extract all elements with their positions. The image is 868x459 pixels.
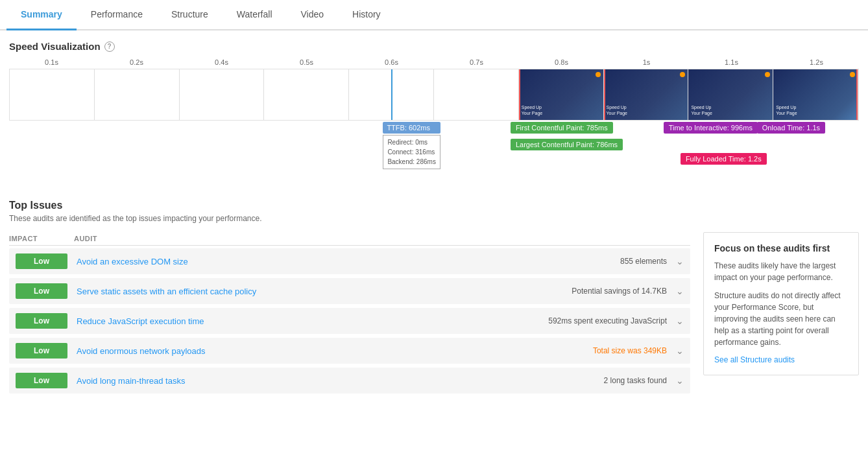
- ruler-mark-4: 0.6s: [349, 58, 434, 66]
- sidebar-card-text2: Structure audits do not directly affect …: [714, 290, 848, 348]
- audit-link-0[interactable]: Avoid an excessive DOM size: [77, 257, 620, 266]
- lcp-annotation: Largest Contentful Paint: 786ms: [511, 139, 623, 150]
- tab-history[interactable]: History: [338, 0, 395, 30]
- issues-table: IMPACT AUDIT Low Avoid an excessive DOM …: [9, 232, 690, 397]
- onload-label: Onload Time: 1.1s: [757, 122, 825, 134]
- sidebar-card-link[interactable]: See all Structure audits: [714, 355, 795, 364]
- sidebar-card-text1: These audits likely have the largest imp…: [714, 260, 848, 283]
- ruler-mark-3: 0.5s: [264, 58, 349, 66]
- tti-annotation: Time to Interactive: 996ms: [664, 122, 758, 134]
- impact-badge-4: Low: [16, 373, 67, 388]
- main-content: Speed Visualization ? 0.1s 0.2s 0.4s 0.5…: [0, 30, 868, 408]
- issues-layout: IMPACT AUDIT Low Avoid an excessive DOM …: [9, 232, 859, 397]
- speed-viz-title: Speed Visualization: [9, 41, 101, 52]
- ruler-mark-0: 0.1s: [9, 58, 94, 66]
- onload-annotation: Onload Time: 1.1s: [757, 122, 825, 134]
- filmstrip-cell-7: Speed UpYour Page: [604, 69, 689, 120]
- filmstrip-cell-8: Speed UpYour Page: [688, 69, 773, 120]
- ttfb-annotation: TTFB: 602ms Redirect: 0ms Connect: 316ms…: [383, 122, 440, 169]
- fully-loaded-annotation: Fully Loaded Time: 1.2s: [681, 153, 767, 165]
- filmstrip-cell-ttfb: [349, 69, 434, 120]
- audit-detail-0: 855 elements: [620, 257, 667, 266]
- fcp-label: First Contentful Paint: 785ms: [511, 122, 613, 134]
- filmstrip-cell-3: [264, 69, 349, 120]
- audit-detail-3: Total size was 349KB: [593, 346, 667, 355]
- issue-row-0: Low Avoid an excessive DOM size 855 elem…: [9, 248, 690, 274]
- audit-detail-4: 2 long tasks found: [604, 376, 667, 385]
- chevron-icon-4[interactable]: ⌄: [676, 375, 684, 386]
- ruler-mark-6: 0.8s: [519, 58, 604, 66]
- speed-visualization: 0.1s 0.2s 0.4s 0.5s 0.6s 0.7s 0.8s 1s 1.…: [9, 58, 859, 187]
- top-issues-title: Top Issues: [9, 200, 859, 211]
- filmstrip-cell-1: [95, 69, 180, 120]
- issue-row-1: Low Serve static assets with an efficien…: [9, 278, 690, 304]
- ttfb-details: Redirect: 0ms Connect: 316ms Backend: 28…: [383, 135, 440, 169]
- tab-video[interactable]: Video: [287, 0, 339, 30]
- filmstrip-cell-5: [434, 69, 519, 120]
- col-audit-header: AUDIT: [74, 235, 690, 242]
- lcp-label: Largest Contentful Paint: 786ms: [511, 139, 623, 150]
- filmstrip-cell-0: [10, 69, 95, 120]
- impact-badge-0: Low: [16, 253, 67, 269]
- annotations: TTFB: 602ms Redirect: 0ms Connect: 316ms…: [9, 122, 859, 187]
- top-issues-subtitle: These audits are identified as the top i…: [9, 214, 859, 223]
- chevron-icon-1[interactable]: ⌄: [676, 286, 684, 296]
- tab-performance[interactable]: Performance: [77, 0, 157, 30]
- filmstrip: Speed UpYour Page Speed UpYour Page Spee…: [9, 69, 859, 121]
- filmstrip-cell-2: [180, 69, 265, 120]
- filmstrip-cell-6: Speed UpYour Page: [519, 69, 604, 120]
- chevron-icon-0[interactable]: ⌄: [676, 256, 684, 266]
- ruler-mark-9: 1.2s: [774, 58, 859, 66]
- sidebar-card-title: Focus on these audits first: [714, 243, 848, 253]
- chevron-icon-2[interactable]: ⌄: [676, 316, 684, 326]
- table-header: IMPACT AUDIT: [9, 232, 690, 246]
- tab-waterfall[interactable]: Waterfall: [223, 0, 287, 30]
- audit-link-3[interactable]: Avoid enormous network payloads: [77, 346, 593, 356]
- impact-badge-1: Low: [16, 283, 67, 299]
- ruler-mark-7: 1s: [604, 58, 689, 66]
- timeline-ruler: 0.1s 0.2s 0.4s 0.5s 0.6s 0.7s 0.8s 1s 1.…: [9, 58, 859, 66]
- col-impact-header: IMPACT: [9, 235, 74, 242]
- tab-summary[interactable]: Summary: [6, 0, 77, 30]
- audit-link-2[interactable]: Reduce JavaScript execution time: [77, 316, 548, 326]
- top-issues-section: Top Issues These audits are identified a…: [9, 200, 859, 397]
- ruler-mark-1: 0.2s: [94, 58, 179, 66]
- ttfb-label: TTFB: 602ms: [383, 122, 440, 134]
- help-icon[interactable]: ?: [104, 41, 115, 52]
- issue-row-4: Low Avoid long main-thread tasks 2 long …: [9, 368, 690, 394]
- ruler-mark-5: 0.7s: [434, 58, 519, 66]
- ttfb-connect: Connect: 316ms: [387, 147, 436, 157]
- tti-label: Time to Interactive: 996ms: [664, 122, 758, 134]
- issue-row-2: Low Reduce JavaScript execution time 592…: [9, 308, 690, 334]
- audit-link-1[interactable]: Serve static assets with an efficient ca…: [77, 287, 572, 296]
- tab-structure[interactable]: Structure: [157, 0, 223, 30]
- speed-viz-section: Speed Visualization ?: [9, 41, 859, 52]
- ttfb-redirect: Redirect: 0ms: [387, 137, 436, 147]
- issue-row-3: Low Avoid enormous network payloads Tota…: [9, 338, 690, 364]
- sidebar-card: Focus on these audits first These audits…: [703, 232, 859, 375]
- filmstrip-cell-9: Speed UpYour Page: [773, 69, 858, 120]
- ttfb-backend: Backend: 286ms: [387, 157, 436, 167]
- chevron-icon-3[interactable]: ⌄: [676, 346, 684, 356]
- impact-badge-2: Low: [16, 313, 67, 329]
- fcp-annotation: First Contentful Paint: 785ms: [511, 122, 613, 134]
- tab-bar: Summary Performance Structure Waterfall …: [0, 0, 868, 30]
- audit-link-4[interactable]: Avoid long main-thread tasks: [77, 376, 604, 386]
- audit-detail-2: 592ms spent executing JavaScript: [548, 316, 667, 325]
- audit-detail-1: Potential savings of 14.7KB: [572, 287, 667, 296]
- impact-badge-3: Low: [16, 343, 67, 359]
- ruler-mark-2: 0.4s: [179, 58, 264, 66]
- ruler-mark-8: 1.1s: [689, 58, 774, 66]
- fully-loaded-label: Fully Loaded Time: 1.2s: [681, 153, 767, 165]
